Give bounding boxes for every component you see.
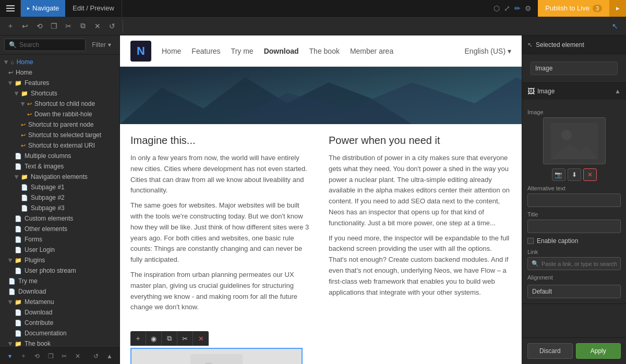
nav-link-memberarea[interactable]: Member area: [350, 47, 393, 55]
add-icon[interactable]: ＋: [4, 19, 17, 33]
nav-link-thebook[interactable]: The book: [309, 47, 340, 55]
sidebar-item-subpage1[interactable]: 📄 Subpage #1: [0, 182, 119, 192]
sidebar-item-custom-elements[interactable]: 📄 Custom elements: [0, 213, 119, 224]
folder-icon: 📁: [15, 80, 22, 87]
delete-icon[interactable]: ✕: [91, 19, 104, 33]
publish-button[interactable]: Publish to Live 3: [538, 0, 609, 17]
sidebar-btn-cut[interactable]: ✂: [58, 350, 70, 362]
sidebar-item-shortcut-parent[interactable]: ↩ Shortcut to parent node: [0, 119, 119, 130]
redo-icon[interactable]: ⟲: [33, 19, 46, 33]
left-column: Imagine this... In only a few years from…: [130, 135, 313, 317]
sidebar-item-features[interactable]: ▶ 📁 Features: [0, 78, 119, 88]
sidebar-btn-copy[interactable]: ❐: [45, 350, 56, 362]
element-delete-button[interactable]: ✕: [193, 331, 209, 346]
element-eye-button[interactable]: ◉: [146, 331, 162, 346]
search-box[interactable]: 🔍 Search: [4, 39, 86, 51]
sidebar-item-contribute[interactable]: 📄 Contribute: [0, 318, 119, 328]
sidebar-item-user-login[interactable]: 📄 User Login: [0, 245, 119, 255]
sidebar-btn-up[interactable]: ▲: [104, 350, 115, 362]
panel-remove-button[interactable]: ✕: [583, 168, 597, 181]
sidebar-item-home-page[interactable]: ↩ Home: [0, 67, 119, 78]
sidebar-item-shortcuts[interactable]: ▶ 📁 Shortcuts: [0, 88, 119, 99]
sidebar-item-the-book[interactable]: ▶ 📁 The book: [0, 338, 119, 347]
filter-box[interactable]: Filter ▾: [88, 39, 115, 51]
fullscreen-icon[interactable]: ⤢: [504, 4, 510, 13]
link-input[interactable]: [541, 261, 617, 267]
sidebar-item-metamenu[interactable]: ▶ 📁 Metamenu: [0, 297, 119, 307]
sidebar-item-shortcut-uri[interactable]: ↩ Shortcut to external URI: [0, 140, 119, 151]
arrow-icon: ↩: [21, 122, 26, 128]
right-col-para-2: If you need more, the inspector will be …: [329, 233, 511, 298]
alignment-select[interactable]: Default Left Right Center: [527, 285, 621, 298]
nav-link-download[interactable]: Download: [264, 47, 299, 55]
sidebar-item-shortcut-selected[interactable]: ↩ Shortcut to selected target: [0, 130, 119, 140]
page-icon: 📄: [8, 278, 16, 285]
new-headline-section: My new headline ＋ ◉ ⧉ ✂ ✕: [130, 331, 511, 364]
sidebar-btn-refresh[interactable]: ↺: [90, 350, 102, 362]
sidebar-item-metamenu-download[interactable]: 📄 Download: [0, 307, 119, 318]
copy-icon[interactable]: ⧉: [77, 19, 89, 33]
sidebar-item-user-photo-stream[interactable]: 📄 User photo stream: [0, 265, 119, 276]
link-search-field[interactable]: 🔍: [527, 257, 621, 270]
hamburger-button[interactable]: [0, 0, 21, 17]
sidebar-item-shortcut-child[interactable]: ▶ ↩ Shortcut to child node: [0, 99, 119, 109]
caret-icon: ▶: [14, 175, 20, 179]
external-link-icon[interactable]: ⬡: [493, 4, 500, 13]
settings-icon[interactable]: ⚙: [525, 4, 532, 13]
left-col-heading: Imagine this...: [130, 135, 313, 147]
sidebar-item-rabbit-hole[interactable]: ↩ Down the rabbit-hole: [0, 109, 119, 119]
sidebar-item-home-root[interactable]: ▶ ⌂ Home: [0, 57, 119, 67]
panel-upload-button[interactable]: ⬇: [568, 168, 581, 181]
sidebar-item-subpage3[interactable]: 📄 Subpage #3: [0, 203, 119, 213]
image-section-header[interactable]: 🖼 Image ▲: [522, 83, 626, 100]
navigate-button[interactable]: ▸ Navigate: [21, 0, 65, 17]
right-col-heading: Power when you need it: [329, 135, 511, 147]
enable-caption-label: Enable caption: [537, 237, 578, 245]
sidebar-item-navigation-elements[interactable]: ▶ 📁 Navigation elements: [0, 172, 119, 182]
toolbar-left: ＋ ↩ ⟲ ❐ ✂ ⧉ ✕ ↺: [4, 19, 123, 33]
sidebar-item-label: Down the rabbit-hole: [34, 111, 92, 118]
alt-text-input[interactable]: [527, 193, 621, 207]
image-section-toggle[interactable]: ▲: [615, 88, 621, 95]
sidebar-btn-undo[interactable]: ⟲: [31, 350, 43, 362]
panel-img-actions: 📷 ⬇ ✕: [527, 168, 621, 181]
element-add-button[interactable]: ＋: [130, 331, 146, 346]
sidebar-btn-add[interactable]: ＋: [18, 350, 29, 362]
paste-icon[interactable]: ❐: [48, 19, 61, 33]
sidebar-item-download[interactable]: 📄 Download: [0, 286, 119, 297]
apply-button[interactable]: Apply: [576, 343, 621, 359]
sidebar-item-multiple-columns[interactable]: 📄 Multiple columns: [0, 151, 119, 161]
image-element[interactable]: [130, 348, 303, 364]
sidebar-item-try-me[interactable]: 📄 Try me: [0, 276, 119, 286]
enable-caption-checkbox[interactable]: [527, 238, 534, 244]
panel-camera-button[interactable]: 📷: [552, 168, 565, 181]
pencil-icon[interactable]: ✏: [514, 4, 521, 13]
sidebar-btn-toggle[interactable]: ▾: [4, 350, 16, 362]
publish-dropdown-button[interactable]: ▸: [609, 0, 626, 17]
nav-link-tryme[interactable]: Try me: [231, 47, 254, 55]
title-input[interactable]: [527, 220, 621, 233]
nav-link-features[interactable]: Features: [191, 47, 220, 55]
sidebar-item-plugins[interactable]: ▶ 📁 Plugins: [0, 255, 119, 265]
sidebar-item-forms[interactable]: 📄 Forms: [0, 234, 119, 245]
sidebar-btn-delete[interactable]: ✕: [72, 350, 83, 362]
sidebar-item-text-images[interactable]: 📄 Text & images: [0, 161, 119, 172]
page-icon: 📄: [21, 184, 28, 191]
nav-language[interactable]: English (US) ▾: [465, 47, 511, 55]
refresh-icon[interactable]: ↺: [106, 19, 118, 33]
type-selector[interactable]: Image: [531, 62, 618, 75]
cut-icon[interactable]: ✂: [63, 19, 75, 33]
sidebar-item-documentation[interactable]: 📄 Documentation: [0, 328, 119, 338]
undo-icon[interactable]: ↩: [19, 19, 31, 33]
element-copy-button[interactable]: ⧉: [162, 331, 177, 346]
svg-rect-1: [6, 8, 15, 9]
discard-button[interactable]: Discard: [527, 343, 573, 359]
element-cut-button[interactable]: ✂: [177, 331, 193, 346]
sidebar-item-subpage2[interactable]: 📄 Subpage #2: [0, 192, 119, 203]
pointer-icon[interactable]: ↖: [608, 19, 622, 33]
image-element-wrapper: ＋ ◉ ⧉ ✂ ✕: [130, 348, 303, 364]
sidebar-item-other-elements[interactable]: 📄 Other elements: [0, 224, 119, 234]
sidebar-item-label: Contribute: [25, 319, 53, 326]
sidebar-bottom-toolbar: ▾ ＋ ⟲ ❐ ✂ ✕ ↺ ▲: [0, 347, 119, 364]
nav-link-home[interactable]: Home: [162, 47, 181, 55]
